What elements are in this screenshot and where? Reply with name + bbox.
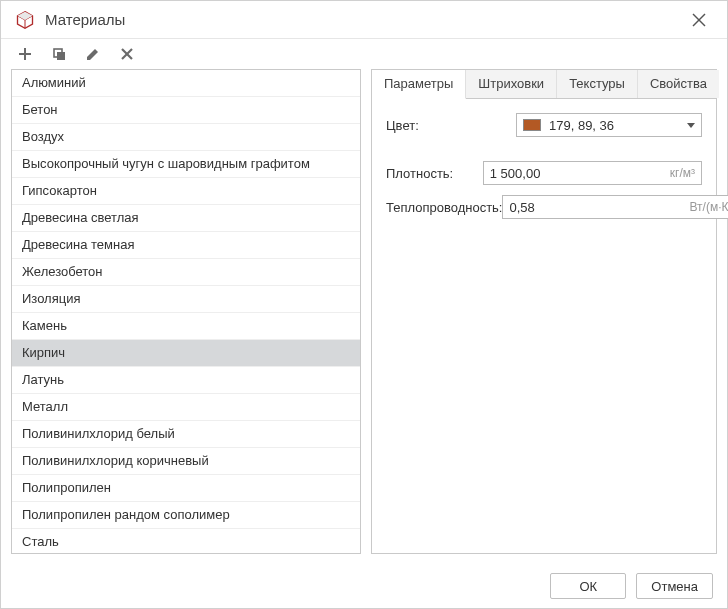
material-item[interactable]: Камень: [12, 313, 360, 340]
conductivity-label: Теплопроводность:: [386, 200, 502, 215]
properties-panel: ПараметрыШтриховкиТекстурыСвойства Цвет:…: [371, 69, 717, 554]
close-button[interactable]: [683, 4, 715, 36]
materials-list-panel: АлюминийБетонВоздухВысокопрочный чугун с…: [11, 69, 361, 554]
materials-list[interactable]: АлюминийБетонВоздухВысокопрочный чугун с…: [12, 70, 360, 553]
svg-rect-8: [57, 52, 65, 60]
add-button[interactable]: [11, 41, 39, 67]
footer: ОК Отмена: [1, 564, 727, 608]
toolbar: [1, 39, 727, 69]
duplicate-button[interactable]: [45, 41, 73, 67]
material-item[interactable]: Поливинилхлорид коричневый: [12, 448, 360, 475]
row-conductivity: Теплопроводность: Вт/(м·К): [386, 195, 702, 219]
main-area: АлюминийБетонВоздухВысокопрочный чугун с…: [1, 69, 727, 564]
density-input[interactable]: [484, 162, 664, 184]
edit-button[interactable]: [79, 41, 107, 67]
density-unit: кг/м³: [664, 166, 701, 180]
material-item[interactable]: Полипропилен: [12, 475, 360, 502]
material-item[interactable]: Воздух: [12, 124, 360, 151]
color-swatch: [523, 119, 541, 131]
cancel-button[interactable]: Отмена: [636, 573, 713, 599]
density-label: Плотность:: [386, 166, 483, 181]
material-item[interactable]: Древесина светлая: [12, 205, 360, 232]
tabs: ПараметрыШтриховкиТекстурыСвойства: [372, 70, 716, 99]
material-item[interactable]: Латунь: [12, 367, 360, 394]
materials-dialog: Материалы АлюминийБетонВоздухВысокопрочн…: [0, 0, 728, 609]
caret-down-icon: [687, 123, 695, 128]
app-icon: [15, 10, 35, 30]
dialog-title: Материалы: [45, 11, 683, 28]
conductivity-input-wrap: Вт/(м·К): [502, 195, 728, 219]
material-item[interactable]: Железобетон: [12, 259, 360, 286]
material-item[interactable]: Изоляция: [12, 286, 360, 313]
color-value-text: 179, 89, 36: [549, 118, 687, 133]
material-item[interactable]: Поливинилхлорид белый: [12, 421, 360, 448]
row-density: Плотность: кг/м³: [386, 161, 702, 185]
density-input-wrap: кг/м³: [483, 161, 702, 185]
material-item[interactable]: Гипсокартон: [12, 178, 360, 205]
material-item[interactable]: Кирпич: [12, 340, 360, 367]
material-item[interactable]: Алюминий: [12, 70, 360, 97]
material-item[interactable]: Древесина темная: [12, 232, 360, 259]
titlebar: Материалы: [1, 1, 727, 39]
svg-rect-6: [19, 53, 31, 55]
tab-content-parameters: Цвет: 179, 89, 36 Плотность:: [372, 99, 716, 553]
material-item[interactable]: Высокопрочный чугун с шаровидным графито…: [12, 151, 360, 178]
material-item[interactable]: Бетон: [12, 97, 360, 124]
material-item[interactable]: Металл: [12, 394, 360, 421]
row-color: Цвет: 179, 89, 36: [386, 113, 702, 137]
ok-button[interactable]: ОК: [550, 573, 626, 599]
conductivity-unit: Вт/(м·К): [683, 200, 728, 214]
color-label: Цвет:: [386, 118, 516, 133]
delete-button[interactable]: [113, 41, 141, 67]
material-item[interactable]: Сталь: [12, 529, 360, 553]
color-combo[interactable]: 179, 89, 36: [516, 113, 702, 137]
tab-3[interactable]: Свойства: [638, 70, 719, 98]
tab-2[interactable]: Текстуры: [557, 70, 638, 98]
material-item[interactable]: Полипропилен рандом сополимер: [12, 502, 360, 529]
conductivity-input[interactable]: [503, 196, 683, 218]
tab-1[interactable]: Штриховки: [466, 70, 557, 98]
tab-0[interactable]: Параметры: [372, 70, 466, 99]
